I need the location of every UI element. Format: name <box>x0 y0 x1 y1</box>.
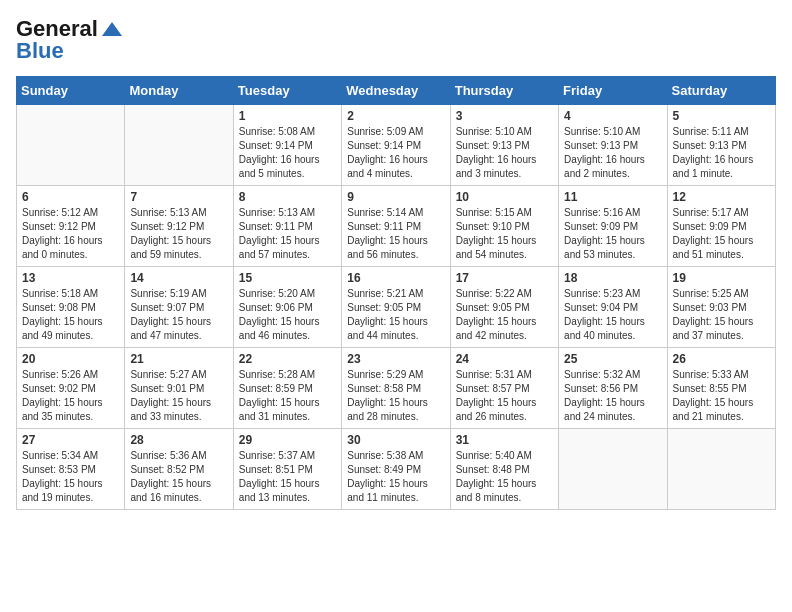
calendar-cell <box>125 105 233 186</box>
calendar-cell: 8Sunrise: 5:13 AM Sunset: 9:11 PM Daylig… <box>233 186 341 267</box>
week-row-4: 20Sunrise: 5:26 AM Sunset: 9:02 PM Dayli… <box>17 348 776 429</box>
cell-content: Sunrise: 5:08 AM Sunset: 9:14 PM Dayligh… <box>239 125 336 181</box>
cell-content: Sunrise: 5:19 AM Sunset: 9:07 PM Dayligh… <box>130 287 227 343</box>
cell-content: Sunrise: 5:16 AM Sunset: 9:09 PM Dayligh… <box>564 206 661 262</box>
calendar-cell: 23Sunrise: 5:29 AM Sunset: 8:58 PM Dayli… <box>342 348 450 429</box>
cell-content: Sunrise: 5:15 AM Sunset: 9:10 PM Dayligh… <box>456 206 553 262</box>
day-number: 20 <box>22 352 119 366</box>
day-number: 28 <box>130 433 227 447</box>
column-header-saturday: Saturday <box>667 77 775 105</box>
day-number: 3 <box>456 109 553 123</box>
day-number: 21 <box>130 352 227 366</box>
logo-blue: Blue <box>16 38 64 64</box>
cell-content: Sunrise: 5:31 AM Sunset: 8:57 PM Dayligh… <box>456 368 553 424</box>
day-number: 12 <box>673 190 770 204</box>
cell-content: Sunrise: 5:33 AM Sunset: 8:55 PM Dayligh… <box>673 368 770 424</box>
cell-content: Sunrise: 5:09 AM Sunset: 9:14 PM Dayligh… <box>347 125 444 181</box>
cell-content: Sunrise: 5:40 AM Sunset: 8:48 PM Dayligh… <box>456 449 553 505</box>
day-number: 6 <box>22 190 119 204</box>
calendar-cell: 9Sunrise: 5:14 AM Sunset: 9:11 PM Daylig… <box>342 186 450 267</box>
calendar-cell: 10Sunrise: 5:15 AM Sunset: 9:10 PM Dayli… <box>450 186 558 267</box>
day-number: 8 <box>239 190 336 204</box>
cell-content: Sunrise: 5:13 AM Sunset: 9:11 PM Dayligh… <box>239 206 336 262</box>
day-number: 18 <box>564 271 661 285</box>
calendar-cell: 28Sunrise: 5:36 AM Sunset: 8:52 PM Dayli… <box>125 429 233 510</box>
cell-content: Sunrise: 5:22 AM Sunset: 9:05 PM Dayligh… <box>456 287 553 343</box>
day-number: 31 <box>456 433 553 447</box>
calendar-cell: 5Sunrise: 5:11 AM Sunset: 9:13 PM Daylig… <box>667 105 775 186</box>
day-number: 14 <box>130 271 227 285</box>
calendar-cell: 14Sunrise: 5:19 AM Sunset: 9:07 PM Dayli… <box>125 267 233 348</box>
svg-marker-0 <box>102 22 122 36</box>
calendar-cell <box>559 429 667 510</box>
calendar-cell <box>667 429 775 510</box>
column-header-monday: Monday <box>125 77 233 105</box>
cell-content: Sunrise: 5:10 AM Sunset: 9:13 PM Dayligh… <box>564 125 661 181</box>
calendar-cell: 3Sunrise: 5:10 AM Sunset: 9:13 PM Daylig… <box>450 105 558 186</box>
day-number: 17 <box>456 271 553 285</box>
cell-content: Sunrise: 5:14 AM Sunset: 9:11 PM Dayligh… <box>347 206 444 262</box>
calendar-cell: 20Sunrise: 5:26 AM Sunset: 9:02 PM Dayli… <box>17 348 125 429</box>
calendar-cell: 16Sunrise: 5:21 AM Sunset: 9:05 PM Dayli… <box>342 267 450 348</box>
calendar-cell: 7Sunrise: 5:13 AM Sunset: 9:12 PM Daylig… <box>125 186 233 267</box>
day-number: 9 <box>347 190 444 204</box>
cell-content: Sunrise: 5:12 AM Sunset: 9:12 PM Dayligh… <box>22 206 119 262</box>
cell-content: Sunrise: 5:34 AM Sunset: 8:53 PM Dayligh… <box>22 449 119 505</box>
day-number: 5 <box>673 109 770 123</box>
day-number: 25 <box>564 352 661 366</box>
day-number: 1 <box>239 109 336 123</box>
calendar-cell: 22Sunrise: 5:28 AM Sunset: 8:59 PM Dayli… <box>233 348 341 429</box>
cell-content: Sunrise: 5:36 AM Sunset: 8:52 PM Dayligh… <box>130 449 227 505</box>
day-number: 7 <box>130 190 227 204</box>
cell-content: Sunrise: 5:29 AM Sunset: 8:58 PM Dayligh… <box>347 368 444 424</box>
column-header-wednesday: Wednesday <box>342 77 450 105</box>
day-number: 4 <box>564 109 661 123</box>
day-number: 11 <box>564 190 661 204</box>
cell-content: Sunrise: 5:37 AM Sunset: 8:51 PM Dayligh… <box>239 449 336 505</box>
calendar-cell <box>17 105 125 186</box>
day-number: 29 <box>239 433 336 447</box>
day-number: 23 <box>347 352 444 366</box>
calendar-cell: 11Sunrise: 5:16 AM Sunset: 9:09 PM Dayli… <box>559 186 667 267</box>
calendar-cell: 17Sunrise: 5:22 AM Sunset: 9:05 PM Dayli… <box>450 267 558 348</box>
calendar-header-row: SundayMondayTuesdayWednesdayThursdayFrid… <box>17 77 776 105</box>
column-header-tuesday: Tuesday <box>233 77 341 105</box>
calendar-cell: 15Sunrise: 5:20 AM Sunset: 9:06 PM Dayli… <box>233 267 341 348</box>
day-number: 27 <box>22 433 119 447</box>
calendar-cell: 19Sunrise: 5:25 AM Sunset: 9:03 PM Dayli… <box>667 267 775 348</box>
cell-content: Sunrise: 5:20 AM Sunset: 9:06 PM Dayligh… <box>239 287 336 343</box>
calendar-cell: 18Sunrise: 5:23 AM Sunset: 9:04 PM Dayli… <box>559 267 667 348</box>
cell-content: Sunrise: 5:11 AM Sunset: 9:13 PM Dayligh… <box>673 125 770 181</box>
logo: General Blue <box>16 16 122 64</box>
column-header-friday: Friday <box>559 77 667 105</box>
day-number: 15 <box>239 271 336 285</box>
calendar-cell: 12Sunrise: 5:17 AM Sunset: 9:09 PM Dayli… <box>667 186 775 267</box>
cell-content: Sunrise: 5:32 AM Sunset: 8:56 PM Dayligh… <box>564 368 661 424</box>
cell-content: Sunrise: 5:13 AM Sunset: 9:12 PM Dayligh… <box>130 206 227 262</box>
cell-content: Sunrise: 5:38 AM Sunset: 8:49 PM Dayligh… <box>347 449 444 505</box>
cell-content: Sunrise: 5:26 AM Sunset: 9:02 PM Dayligh… <box>22 368 119 424</box>
cell-content: Sunrise: 5:25 AM Sunset: 9:03 PM Dayligh… <box>673 287 770 343</box>
calendar: SundayMondayTuesdayWednesdayThursdayFrid… <box>16 76 776 510</box>
week-row-2: 6Sunrise: 5:12 AM Sunset: 9:12 PM Daylig… <box>17 186 776 267</box>
calendar-cell: 27Sunrise: 5:34 AM Sunset: 8:53 PM Dayli… <box>17 429 125 510</box>
day-number: 24 <box>456 352 553 366</box>
cell-content: Sunrise: 5:18 AM Sunset: 9:08 PM Dayligh… <box>22 287 119 343</box>
day-number: 26 <box>673 352 770 366</box>
header: General Blue <box>16 16 776 64</box>
calendar-cell: 24Sunrise: 5:31 AM Sunset: 8:57 PM Dayli… <box>450 348 558 429</box>
calendar-cell: 6Sunrise: 5:12 AM Sunset: 9:12 PM Daylig… <box>17 186 125 267</box>
calendar-cell: 29Sunrise: 5:37 AM Sunset: 8:51 PM Dayli… <box>233 429 341 510</box>
cell-content: Sunrise: 5:10 AM Sunset: 9:13 PM Dayligh… <box>456 125 553 181</box>
calendar-cell: 1Sunrise: 5:08 AM Sunset: 9:14 PM Daylig… <box>233 105 341 186</box>
week-row-5: 27Sunrise: 5:34 AM Sunset: 8:53 PM Dayli… <box>17 429 776 510</box>
calendar-cell: 2Sunrise: 5:09 AM Sunset: 9:14 PM Daylig… <box>342 105 450 186</box>
calendar-cell: 13Sunrise: 5:18 AM Sunset: 9:08 PM Dayli… <box>17 267 125 348</box>
calendar-cell: 31Sunrise: 5:40 AM Sunset: 8:48 PM Dayli… <box>450 429 558 510</box>
day-number: 16 <box>347 271 444 285</box>
cell-content: Sunrise: 5:27 AM Sunset: 9:01 PM Dayligh… <box>130 368 227 424</box>
day-number: 30 <box>347 433 444 447</box>
cell-content: Sunrise: 5:28 AM Sunset: 8:59 PM Dayligh… <box>239 368 336 424</box>
day-number: 13 <box>22 271 119 285</box>
day-number: 10 <box>456 190 553 204</box>
